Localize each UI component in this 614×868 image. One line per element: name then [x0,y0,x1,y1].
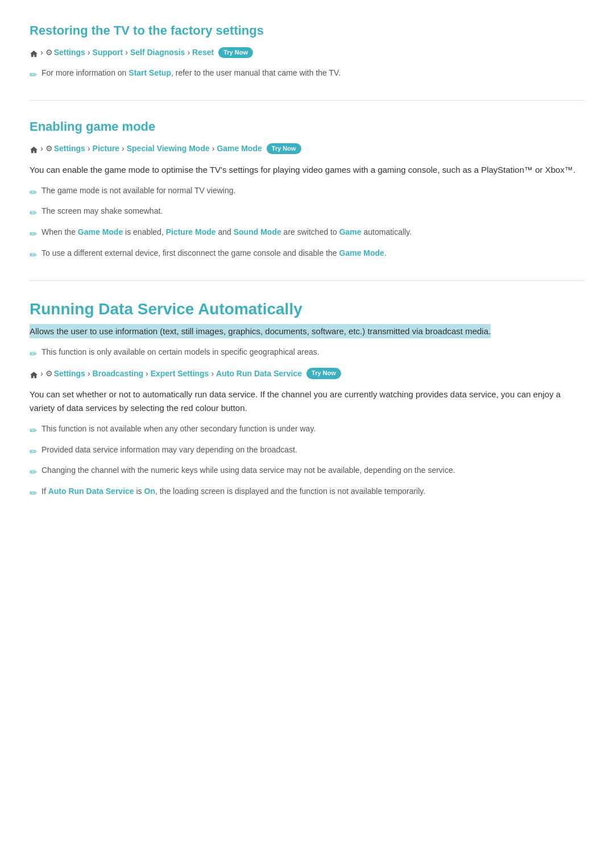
note-text-ds-4: If Auto Run Data Service is On, the load… [42,485,425,497]
section-restore-factory: Restoring the TV to the factory settings… [30,20,584,82]
note-text-game-2: The screen may shake somewhat. [42,205,163,217]
note-item-game-1: ✏ The game mode is not available for nor… [30,185,584,200]
breadcrumb-picture[interactable]: Picture [93,142,119,155]
breadcrumb-support[interactable]: Support [93,46,123,59]
breadcrumb-reset[interactable]: Reset [192,46,214,59]
note-text-game-4: To use a different external device, firs… [42,247,387,259]
picture-mode-link[interactable]: Picture Mode [166,227,216,236]
data-service-body: You can set whether or not to automatica… [30,388,584,415]
breadcrumb-sep: › [40,46,43,59]
note-text-ds-3: Changing the channel with the numeric ke… [42,464,455,476]
game-mode-link-1[interactable]: Game Mode [78,227,123,236]
sound-mode-link[interactable]: Sound Mode [234,227,281,236]
intro-para-block: Allows the user to use information (text… [30,325,584,338]
game-mode-link-2[interactable]: Game Mode [339,248,384,258]
home-icon [30,48,38,56]
note-text-1: For more information on Start Setup, ref… [42,67,341,79]
notes-list-2: ✏ The game mode is not available for nor… [30,185,584,262]
game-link[interactable]: Game [339,227,362,236]
breadcrumb-expert-settings[interactable]: Expert Settings [151,367,209,380]
section-title-3: Running Data Service Automatically [30,297,584,322]
pencil-icon-3a: ✏ [30,347,37,362]
gear-icon-2: ⚙ [45,142,53,155]
try-now-badge-2[interactable]: Try Now [267,143,301,155]
gear-icon-3: ⚙ [45,367,53,380]
divider-1 [30,100,584,101]
note-text-ds-2: Provided data service information may va… [42,444,297,456]
breadcrumb-settings-3[interactable]: Settings [54,367,85,380]
auto-run-link[interactable]: Auto Run Data Service [48,487,134,496]
notes-list-3b: ✏ This function is not available when an… [30,423,584,500]
pencil-icon-1: ✏ [30,68,37,82]
pencil-icon-2d: ✏ [30,248,37,263]
pencil-icon-3c: ✏ [30,445,37,459]
breadcrumb-auto-run[interactable]: Auto Run Data Service [216,367,302,380]
notes-list-3a: ✏ This function is only available on cer… [30,346,584,362]
breadcrumb-game-mode[interactable]: Game Mode [217,142,262,155]
breadcrumb-2: › ⚙ Settings › Picture › Special Viewing… [30,142,584,155]
divider-2 [30,280,584,281]
on-link[interactable]: On [144,487,155,496]
try-now-badge-1[interactable]: Try Now [218,47,253,59]
game-mode-body: You can enable the game mode to optimise… [30,163,584,177]
pencil-icon-3b: ✏ [30,423,37,438]
section-title-1: Restoring the TV to the factory settings [30,20,584,40]
home-icon-2 [30,145,38,153]
pencil-icon-2a: ✏ [30,185,37,200]
breadcrumb-settings-1[interactable]: Settings [54,46,85,59]
start-setup-link[interactable]: Start Setup [128,68,171,77]
gear-icon-1: ⚙ [45,46,53,59]
breadcrumb-1: › ⚙ Settings › Support › Self Diagnosis … [30,46,584,59]
home-icon-3 [30,369,38,377]
note-item-avail: ✏ This function is only available on cer… [30,346,584,362]
pencil-icon-3d: ✏ [30,465,37,480]
breadcrumb-broadcasting[interactable]: Broadcasting [93,367,143,380]
breadcrumb-self-diagnosis[interactable]: Self Diagnosis [130,46,185,59]
intro-highlighted-text: Allows the user to use information (text… [30,324,491,338]
note-text-ds-1: This function is not available when any … [42,423,316,435]
note-item-game-4: ✏ To use a different external device, fi… [30,247,584,263]
breadcrumb-special-viewing[interactable]: Special Viewing Mode [127,142,210,155]
note-item-ds-2: ✏ Provided data service information may … [30,444,584,459]
breadcrumb-settings-2[interactable]: Settings [54,142,85,155]
section-data-service: Running Data Service Automatically Allow… [30,297,584,500]
note-text-avail: This function is only available on certa… [42,346,320,358]
pencil-icon-3e: ✏ [30,486,37,501]
pencil-icon-2b: ✏ [30,206,37,221]
notes-list-1: ✏ For more information on Start Setup, r… [30,67,584,82]
breadcrumb-3: › ⚙ Settings › Broadcasting › Expert Set… [30,367,584,380]
try-now-badge-3[interactable]: Try Now [306,368,341,379]
section-title-2: Enabling game mode [30,117,584,136]
note-item-game-2: ✏ The screen may shake somewhat. [30,205,584,221]
pencil-icon-2c: ✏ [30,227,37,242]
note-item-game-3: ✏ When the Game Mode is enabled, Picture… [30,226,584,242]
section-game-mode: Enabling game mode › ⚙ Settings › Pictur… [30,117,584,262]
note-item: ✏ For more information on Start Setup, r… [30,67,584,82]
note-item-ds-1: ✏ This function is not available when an… [30,423,584,438]
note-item-ds-3: ✏ Changing the channel with the numeric … [30,464,584,480]
note-text-game-3: When the Game Mode is enabled, Picture M… [42,226,412,238]
note-text-game-1: The game mode is not available for norma… [42,185,235,197]
note-item-ds-4: ✏ If Auto Run Data Service is On, the lo… [30,485,584,501]
